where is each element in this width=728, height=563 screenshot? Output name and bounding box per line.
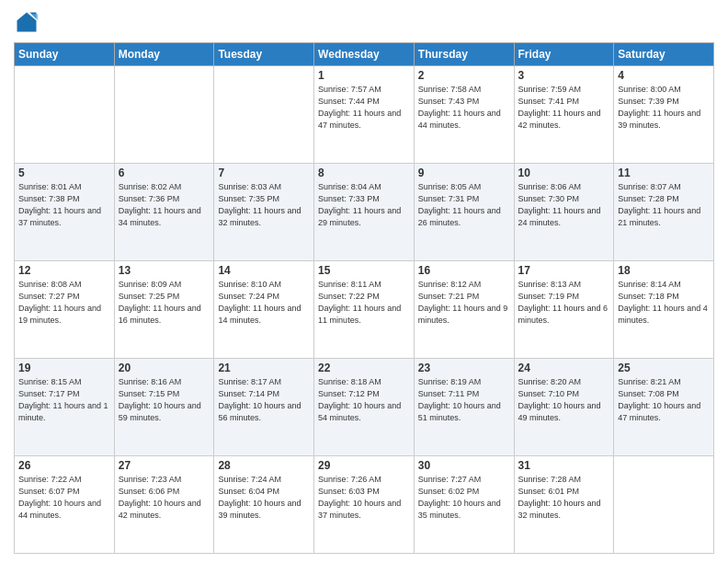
calendar-cell bbox=[614, 456, 714, 554]
day-info: Sunrise: 8:03 AMSunset: 7:35 PMDaylight:… bbox=[218, 181, 310, 229]
column-header-friday: Friday bbox=[514, 43, 614, 66]
day-number: 24 bbox=[518, 362, 610, 374]
day-info: Sunrise: 8:16 AMSunset: 7:15 PMDaylight:… bbox=[119, 376, 210, 424]
day-info: Sunrise: 7:27 AMSunset: 6:02 PMDaylight:… bbox=[418, 474, 510, 522]
column-header-sunday: Sunday bbox=[15, 43, 115, 66]
calendar-cell: 19Sunrise: 8:15 AMSunset: 7:17 PMDayligh… bbox=[15, 359, 115, 456]
calendar-cell: 27Sunrise: 7:23 AMSunset: 6:06 PMDayligh… bbox=[114, 456, 214, 554]
calendar-cell: 12Sunrise: 8:08 AMSunset: 7:27 PMDayligh… bbox=[15, 261, 115, 359]
calendar-cell: 20Sunrise: 8:16 AMSunset: 7:15 PMDayligh… bbox=[114, 359, 214, 456]
day-info: Sunrise: 8:20 AMSunset: 7:10 PMDaylight:… bbox=[518, 376, 610, 424]
day-info: Sunrise: 8:13 AMSunset: 7:19 PMDaylight:… bbox=[518, 279, 610, 327]
day-number: 7 bbox=[218, 167, 310, 179]
calendar-cell: 16Sunrise: 8:12 AMSunset: 7:21 PMDayligh… bbox=[414, 261, 514, 359]
calendar-cell: 9Sunrise: 8:05 AMSunset: 7:31 PMDaylight… bbox=[414, 164, 514, 261]
day-info: Sunrise: 7:58 AMSunset: 7:43 PMDaylight:… bbox=[418, 84, 510, 132]
calendar-cell: 4Sunrise: 8:00 AMSunset: 7:39 PMDaylight… bbox=[614, 66, 714, 164]
day-info: Sunrise: 8:05 AMSunset: 7:31 PMDaylight:… bbox=[418, 181, 510, 229]
header-row: SundayMondayTuesdayWednesdayThursdayFrid… bbox=[15, 43, 714, 66]
calendar-cell: 15Sunrise: 8:11 AMSunset: 7:22 PMDayligh… bbox=[314, 261, 415, 359]
calendar-week-4: 19Sunrise: 8:15 AMSunset: 7:17 PMDayligh… bbox=[15, 359, 714, 456]
day-info: Sunrise: 7:57 AMSunset: 7:44 PMDaylight:… bbox=[318, 84, 410, 132]
column-header-monday: Monday bbox=[114, 43, 214, 66]
day-info: Sunrise: 7:26 AMSunset: 6:03 PMDaylight:… bbox=[318, 474, 410, 522]
day-info: Sunrise: 8:06 AMSunset: 7:30 PMDaylight:… bbox=[518, 181, 610, 229]
day-number: 14 bbox=[218, 264, 310, 277]
column-header-wednesday: Wednesday bbox=[314, 43, 415, 66]
calendar-cell: 26Sunrise: 7:22 AMSunset: 6:07 PMDayligh… bbox=[15, 456, 115, 554]
header bbox=[14, 9, 714, 35]
calendar-week-3: 12Sunrise: 8:08 AMSunset: 7:27 PMDayligh… bbox=[15, 261, 714, 359]
day-number: 18 bbox=[618, 264, 710, 277]
day-info: Sunrise: 8:01 AMSunset: 7:38 PMDaylight:… bbox=[18, 181, 110, 229]
day-info: Sunrise: 8:19 AMSunset: 7:11 PMDaylight:… bbox=[418, 376, 510, 424]
day-number: 11 bbox=[618, 167, 710, 179]
calendar-week-2: 5Sunrise: 8:01 AMSunset: 7:38 PMDaylight… bbox=[15, 164, 714, 261]
calendar-cell: 1Sunrise: 7:57 AMSunset: 7:44 PMDaylight… bbox=[314, 66, 415, 164]
calendar-cell: 21Sunrise: 8:17 AMSunset: 7:14 PMDayligh… bbox=[214, 359, 314, 456]
day-info: Sunrise: 8:04 AMSunset: 7:33 PMDaylight:… bbox=[318, 181, 410, 229]
day-info: Sunrise: 7:22 AMSunset: 6:07 PMDaylight:… bbox=[18, 474, 110, 522]
day-info: Sunrise: 8:15 AMSunset: 7:17 PMDaylight:… bbox=[18, 376, 110, 424]
calendar-cell: 24Sunrise: 8:20 AMSunset: 7:10 PMDayligh… bbox=[514, 359, 614, 456]
day-number: 23 bbox=[418, 362, 510, 374]
day-number: 3 bbox=[518, 69, 610, 82]
day-info: Sunrise: 8:21 AMSunset: 7:08 PMDaylight:… bbox=[618, 376, 710, 424]
day-number: 12 bbox=[18, 264, 110, 277]
day-number: 28 bbox=[218, 459, 310, 472]
day-number: 8 bbox=[318, 167, 410, 179]
calendar-cell: 2Sunrise: 7:58 AMSunset: 7:43 PMDaylight… bbox=[414, 66, 514, 164]
day-number: 13 bbox=[119, 264, 210, 277]
day-number: 1 bbox=[318, 69, 410, 82]
day-info: Sunrise: 7:23 AMSunset: 6:06 PMDaylight:… bbox=[119, 474, 210, 522]
column-header-saturday: Saturday bbox=[614, 43, 714, 66]
day-number: 16 bbox=[418, 264, 510, 277]
day-number: 30 bbox=[418, 459, 510, 472]
day-info: Sunrise: 8:11 AMSunset: 7:22 PMDaylight:… bbox=[318, 279, 410, 327]
calendar-cell: 13Sunrise: 8:09 AMSunset: 7:25 PMDayligh… bbox=[114, 261, 214, 359]
day-info: Sunrise: 8:09 AMSunset: 7:25 PMDaylight:… bbox=[119, 279, 210, 327]
calendar-body: 1Sunrise: 7:57 AMSunset: 7:44 PMDaylight… bbox=[15, 66, 714, 554]
day-number: 9 bbox=[418, 167, 510, 179]
day-number: 29 bbox=[318, 459, 410, 472]
calendar-cell: 3Sunrise: 7:59 AMSunset: 7:41 PMDaylight… bbox=[514, 66, 614, 164]
day-number: 20 bbox=[119, 362, 210, 374]
column-header-tuesday: Tuesday bbox=[214, 43, 314, 66]
calendar-cell bbox=[114, 66, 214, 164]
calendar-cell: 10Sunrise: 8:06 AMSunset: 7:30 PMDayligh… bbox=[514, 164, 614, 261]
day-info: Sunrise: 8:17 AMSunset: 7:14 PMDaylight:… bbox=[218, 376, 310, 424]
calendar-cell: 18Sunrise: 8:14 AMSunset: 7:18 PMDayligh… bbox=[614, 261, 714, 359]
day-number: 19 bbox=[18, 362, 110, 374]
calendar-cell: 7Sunrise: 8:03 AMSunset: 7:35 PMDaylight… bbox=[214, 164, 314, 261]
day-number: 26 bbox=[18, 459, 110, 472]
day-number: 6 bbox=[119, 167, 210, 179]
day-info: Sunrise: 8:14 AMSunset: 7:18 PMDaylight:… bbox=[618, 279, 710, 327]
day-number: 31 bbox=[518, 459, 610, 472]
day-info: Sunrise: 8:00 AMSunset: 7:39 PMDaylight:… bbox=[618, 84, 710, 132]
day-number: 4 bbox=[618, 69, 710, 82]
day-number: 2 bbox=[418, 69, 510, 82]
calendar-cell: 25Sunrise: 8:21 AMSunset: 7:08 PMDayligh… bbox=[614, 359, 714, 456]
day-info: Sunrise: 7:59 AMSunset: 7:41 PMDaylight:… bbox=[518, 84, 610, 132]
day-info: Sunrise: 8:02 AMSunset: 7:36 PMDaylight:… bbox=[119, 181, 210, 229]
logo bbox=[14, 9, 43, 35]
calendar-cell: 23Sunrise: 8:19 AMSunset: 7:11 PMDayligh… bbox=[414, 359, 514, 456]
calendar-header: SundayMondayTuesdayWednesdayThursdayFrid… bbox=[15, 43, 714, 66]
logo-icon bbox=[14, 9, 40, 35]
day-info: Sunrise: 7:28 AMSunset: 6:01 PMDaylight:… bbox=[518, 474, 610, 522]
calendar-cell: 31Sunrise: 7:28 AMSunset: 6:01 PMDayligh… bbox=[514, 456, 614, 554]
page: SundayMondayTuesdayWednesdayThursdayFrid… bbox=[0, 0, 728, 563]
calendar-cell: 8Sunrise: 8:04 AMSunset: 7:33 PMDaylight… bbox=[314, 164, 415, 261]
day-info: Sunrise: 8:08 AMSunset: 7:27 PMDaylight:… bbox=[18, 279, 110, 327]
day-number: 21 bbox=[218, 362, 310, 374]
calendar: SundayMondayTuesdayWednesdayThursdayFrid… bbox=[14, 42, 714, 554]
day-number: 15 bbox=[318, 264, 410, 277]
calendar-cell: 22Sunrise: 8:18 AMSunset: 7:12 PMDayligh… bbox=[314, 359, 415, 456]
day-info: Sunrise: 8:07 AMSunset: 7:28 PMDaylight:… bbox=[618, 181, 710, 229]
calendar-cell: 11Sunrise: 8:07 AMSunset: 7:28 PMDayligh… bbox=[614, 164, 714, 261]
calendar-cell: 17Sunrise: 8:13 AMSunset: 7:19 PMDayligh… bbox=[514, 261, 614, 359]
calendar-cell: 29Sunrise: 7:26 AMSunset: 6:03 PMDayligh… bbox=[314, 456, 415, 554]
calendar-cell bbox=[15, 66, 115, 164]
day-info: Sunrise: 8:10 AMSunset: 7:24 PMDaylight:… bbox=[218, 279, 310, 327]
day-number: 10 bbox=[518, 167, 610, 179]
